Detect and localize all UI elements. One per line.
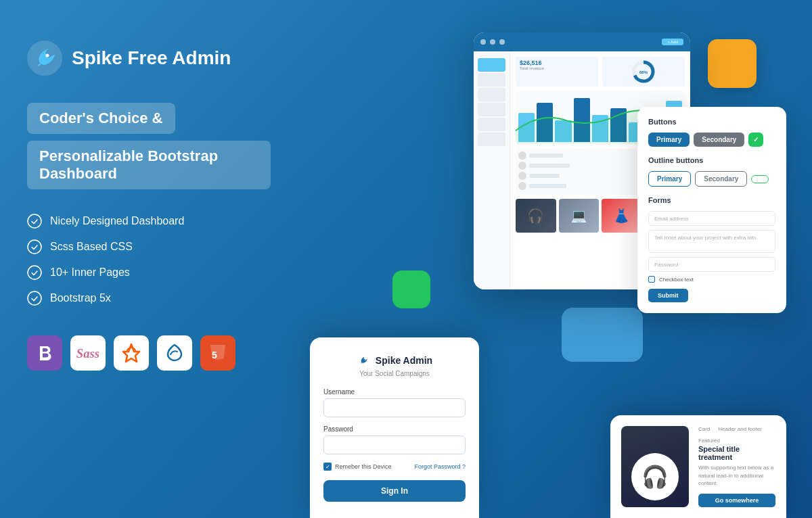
feature-label-4: Bootstrap 5x [50,292,111,304]
dash-nav-4 [478,103,505,116]
svg-point-4 [28,266,41,279]
feature-label-1: Nicely Designed Dashboard [50,215,184,227]
login-card: Spike Admin Your Social Campaigns Userna… [310,337,479,518]
check-circle-icon-3 [27,265,42,280]
username-input[interactable] [323,398,466,417]
headphones-emoji: 🎧 [641,464,669,490]
badge-1: Coder's Choice & [27,103,175,134]
feature-item-4: Bootstrap 5x [27,291,271,306]
checkbox-row: Checkbox text [648,276,775,283]
remember-row: Remeber this Device Forgot Password ? [323,463,466,471]
login-app-name: Spike Admin [376,355,432,366]
logo-row: Spike Free Admin [27,41,271,76]
card-label: Card [698,426,710,432]
bootstrap-icon [27,335,62,371]
message-placeholder: Tell more about your project with extra … [654,235,756,241]
check-circle-icon-4 [27,291,42,306]
success-button[interactable]: ✓ [748,133,763,147]
header-footer-label: Header and footer [718,426,762,432]
features-list: Nicely Designed Dashboard Scss Based CSS… [27,214,271,306]
login-subtitle: Your Social Campaigns [323,370,466,377]
feature-item-2: Scss Based CSS [27,239,271,254]
sass-icon: Sass [70,335,106,371]
avatar-3 [518,172,526,180]
password-input[interactable] [323,435,466,454]
product-img-1: 🎧 [516,199,556,233]
product-img-2-inner: 💻 [559,199,600,233]
buttons-forms-card: Buttons Primary Secondary ✓ Outline butt… [637,107,786,313]
svg-point-3 [28,240,41,254]
product-img-1-inner: 🎧 [516,199,556,233]
dash-nav-6 [478,133,505,146]
stats-row: $26,516 Total revenue 68% [516,57,685,87]
svg-point-1 [46,54,49,57]
card-title: Special title treatment [698,445,775,461]
username-label: Username [323,388,466,396]
stat-box-1: $26,516 Total revenue [516,57,598,87]
dash-nav-3 [478,88,505,101]
dash-nav-1 [478,58,505,72]
login-rocket-icon [357,354,370,367]
buttons-section-title: Buttons [648,118,775,126]
product-img-3-inner: 👗 [602,199,642,233]
forms-area: Email address Tell more about your proje… [648,211,775,302]
product-img-2: 💻 [559,199,600,233]
donut-chart: 68% [631,60,656,84]
primary-button[interactable]: Primary [648,133,690,147]
astro-icon [114,335,149,371]
rocket-icon [27,41,62,76]
card-description: With supporting text below as a natural … [698,464,775,487]
svg-text:Sass: Sass [76,346,99,360]
product-circle: 🎧 [631,453,679,500]
check-circle-icon-2 [27,239,42,254]
html5-icon: 5 [200,335,235,371]
dash-nav-5 [478,118,505,131]
checkbox-label: Checkbox text [659,277,694,283]
dash-action-btn: + Add [662,39,683,45]
submit-button[interactable]: Submit [648,289,688,302]
svg-point-5 [28,291,41,305]
remember-label: Remeber this Device [335,463,392,470]
stat-box-2: 68% [602,57,685,87]
dash-sidebar [474,51,510,289]
card-info: Card Header and footer Featured Special … [698,426,775,507]
tech-icons-row: Sass 5 [27,335,271,371]
secondary-button[interactable]: Secondary [694,133,744,147]
outline-primary-button[interactable]: Primary [648,171,691,187]
remember-checkbox[interactable] [323,463,332,471]
buttons-row: Primary Secondary ✓ [648,133,775,147]
feature-label-3: 10+ Inner Pages [50,266,130,279]
badge-row: Coder's Choice & Personalizable Bootstra… [27,103,271,189]
dash-dot-1 [480,39,486,45]
forms-section-title: Forms [648,196,775,204]
forgot-password-link[interactable]: Forgot Password ? [414,463,466,470]
checkbox-input[interactable] [648,276,655,283]
cedar-icon [157,335,192,371]
svg-text:5: 5 [212,350,217,360]
avatar-1 [518,151,526,160]
password-placeholder: Password [654,262,678,268]
message-input-mock[interactable]: Tell more about your project with extra … [648,230,775,253]
outline-secondary-button[interactable]: Secondary [695,171,747,187]
sign-in-button[interactable]: Sign In [323,480,466,502]
login-logo-row: Spike Admin [323,354,466,367]
outline-success-button[interactable] [751,175,769,183]
stat-label-1: Total revenue [520,66,594,70]
card-labels-row: Card Header and footer [698,426,775,433]
stat-num-1: $26,516 [520,60,594,66]
go-somewhere-button[interactable]: Go somewhere [698,494,775,507]
cell-name-1 [529,154,563,158]
feature-tag: Featured [698,438,775,444]
dash-nav-2 [478,73,505,87]
dash-dot-2 [490,39,495,45]
password-input-mock[interactable]: Password [648,257,775,272]
outline-buttons-row: Primary Secondary [648,171,775,187]
remember-left: Remeber this Device [323,463,392,471]
password-label: Password [323,425,466,433]
product-img-3: 👗 [602,199,642,233]
feature-item-1: Nicely Designed Dashboard [27,214,271,229]
badge-2: Personalizable Bootstrap Dashboard [27,141,271,189]
feature-item-3: 10+ Inner Pages [27,265,271,280]
email-input-mock[interactable]: Email address [648,211,775,226]
decorative-green-square [392,270,430,308]
